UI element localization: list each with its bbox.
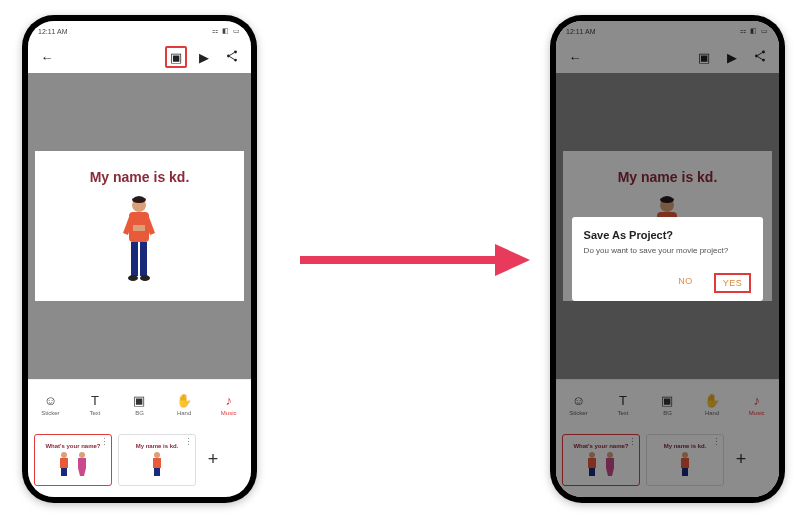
play-button[interactable]: ▶ <box>193 46 215 68</box>
phone-right: 12:11 AM ⚏ ◧ ▭ ← ▣ ▶ My name is kd. <box>550 15 785 503</box>
tool-label: Sticker <box>41 410 59 416</box>
share-icon <box>225 49 239 66</box>
dialog-title: Save As Project? <box>584 229 752 241</box>
tool-label: Music <box>221 410 237 416</box>
tool-label: Hand <box>177 410 191 416</box>
add-clip-button[interactable]: + <box>202 434 224 486</box>
status-bar: 12:11 AM ⚏ ◧ ▭ <box>28 21 251 41</box>
svg-marker-20 <box>495 244 530 276</box>
clip-title: What's your name? <box>45 443 100 449</box>
svg-point-7 <box>128 275 138 281</box>
hand-icon: ✋ <box>176 392 192 408</box>
clip-item[interactable]: ⋮ My name is kd. <box>118 434 196 486</box>
save-dialog: Save As Project? Do you want to save you… <box>572 217 764 301</box>
text-icon: T <box>87 392 103 408</box>
back-button[interactable]: ← <box>36 46 58 68</box>
bottom-toolbar: ☺ Sticker T Text ▣ BG ✋ Hand ♪ Music <box>28 379 251 497</box>
svg-rect-18 <box>157 468 160 476</box>
status-indicators: ⚏ ◧ ▭ <box>212 27 241 35</box>
plus-icon: + <box>208 449 219 470</box>
share-button[interactable] <box>221 46 243 68</box>
clip-menu-icon[interactable]: ⋮ <box>100 437 109 447</box>
svg-rect-17 <box>154 468 157 476</box>
sticker-icon: ☺ <box>42 392 58 408</box>
phone-left: 12:11 AM ⚏ ◧ ▭ ← ▣ ▶ My name is kd. <box>22 15 257 503</box>
clip-figures <box>57 451 89 477</box>
play-icon: ▶ <box>199 50 209 65</box>
screen-right: 12:11 AM ⚏ ◧ ▭ ← ▣ ▶ My name is kd. <box>556 21 779 497</box>
back-icon: ← <box>41 50 54 65</box>
music-icon: ♪ <box>221 392 237 408</box>
svg-rect-6 <box>140 242 147 276</box>
svg-rect-11 <box>61 468 64 476</box>
svg-rect-14 <box>78 458 86 468</box>
save-icon: ▣ <box>170 50 182 65</box>
tool-sticker[interactable]: ☺ Sticker <box>32 392 68 416</box>
tool-label: Text <box>89 410 100 416</box>
clips-row: ⋮ What's your name? ⋮ My name is kd. + <box>28 424 251 497</box>
tools-row: ☺ Sticker T Text ▣ BG ✋ Hand ♪ Music <box>28 380 251 424</box>
svg-point-15 <box>154 452 160 458</box>
dialog-overlay[interactable]: Save As Project? Do you want to save you… <box>556 21 779 497</box>
svg-point-9 <box>61 452 67 458</box>
clip-menu-icon[interactable]: ⋮ <box>184 437 193 447</box>
svg-point-13 <box>79 452 85 458</box>
svg-rect-5 <box>131 242 138 276</box>
dialog-yes-button[interactable]: YES <box>714 273 752 293</box>
clip-item[interactable]: ⋮ What's your name? <box>34 434 112 486</box>
tool-music[interactable]: ♪ Music <box>211 392 247 416</box>
svg-rect-12 <box>64 468 67 476</box>
character-figure <box>115 195 163 285</box>
svg-point-8 <box>140 275 150 281</box>
clip-title: My name is kd. <box>136 443 179 449</box>
canvas-title: My name is kd. <box>90 169 190 185</box>
transition-arrow <box>300 240 530 280</box>
bg-icon: ▣ <box>131 392 147 408</box>
clip-figures <box>150 451 164 477</box>
svg-rect-10 <box>60 458 68 468</box>
dialog-actions: NO YES <box>584 273 752 293</box>
save-button[interactable]: ▣ <box>165 46 187 68</box>
app-bar: ← ▣ ▶ <box>28 41 251 73</box>
tool-bg[interactable]: ▣ BG <box>121 392 157 416</box>
tool-hand[interactable]: ✋ Hand <box>166 392 202 416</box>
dialog-no-button[interactable]: NO <box>671 273 700 293</box>
screen-left: 12:11 AM ⚏ ◧ ▭ ← ▣ ▶ My name is kd. <box>28 21 251 497</box>
tool-text[interactable]: T Text <box>77 392 113 416</box>
dialog-message: Do you want to save your movie project? <box>584 246 752 255</box>
svg-rect-16 <box>153 458 161 468</box>
status-time: 12:11 AM <box>38 28 68 35</box>
canvas[interactable]: My name is kd. <box>35 151 245 301</box>
tool-label: BG <box>135 410 144 416</box>
canvas-area: My name is kd. <box>28 73 251 379</box>
